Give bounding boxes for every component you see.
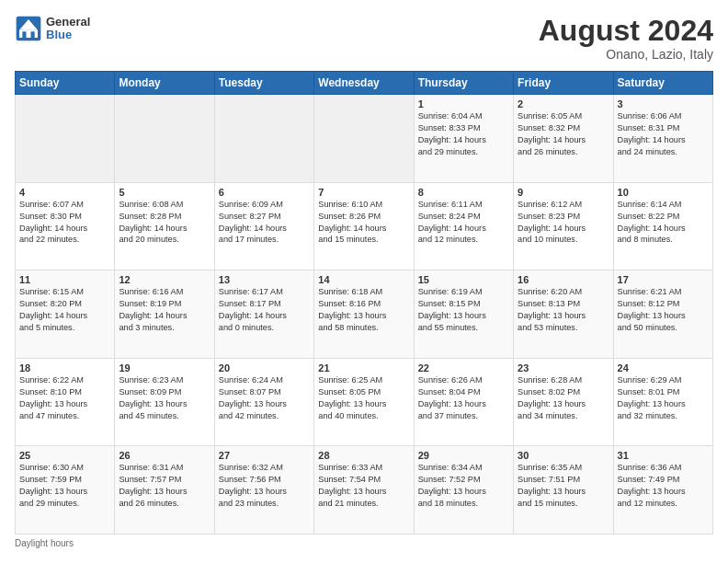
day-number: 6	[219, 187, 310, 198]
day-number: 18	[19, 362, 110, 373]
calendar-cell: 8Sunrise: 6:11 AM Sunset: 8:24 PM Daylig…	[414, 182, 513, 270]
day-info: Sunrise: 6:14 AM Sunset: 8:22 PM Dayligh…	[618, 199, 709, 247]
day-info: Sunrise: 6:28 AM Sunset: 8:02 PM Dayligh…	[518, 374, 609, 422]
calendar-header-friday: Friday	[514, 72, 613, 95]
calendar-cell: 17Sunrise: 6:21 AM Sunset: 8:12 PM Dayli…	[613, 270, 712, 359]
day-number: 13	[219, 274, 310, 285]
calendar-cell: 16Sunrise: 6:20 AM Sunset: 8:13 PM Dayli…	[514, 270, 613, 359]
logo-text: General Blue	[46, 16, 90, 42]
calendar-cell	[16, 95, 115, 183]
calendar-cell	[115, 95, 214, 183]
calendar-header-tuesday: Tuesday	[214, 72, 313, 95]
day-info: Sunrise: 6:05 AM Sunset: 8:32 PM Dayligh…	[518, 110, 609, 158]
calendar-cell: 22Sunrise: 6:26 AM Sunset: 8:04 PM Dayli…	[414, 358, 513, 446]
calendar-cell	[314, 95, 414, 183]
day-info: Sunrise: 6:21 AM Sunset: 8:12 PM Dayligh…	[618, 286, 709, 334]
day-info: Sunrise: 6:08 AM Sunset: 8:28 PM Dayligh…	[119, 199, 210, 247]
calendar-cell: 30Sunrise: 6:35 AM Sunset: 7:51 PM Dayli…	[514, 446, 613, 534]
day-info: Sunrise: 6:23 AM Sunset: 8:09 PM Dayligh…	[119, 374, 210, 422]
day-number: 1	[418, 98, 509, 109]
day-info: Sunrise: 6:22 AM Sunset: 8:10 PM Dayligh…	[19, 374, 110, 422]
day-number: 15	[418, 274, 509, 285]
day-info: Sunrise: 6:36 AM Sunset: 7:49 PM Dayligh…	[618, 462, 709, 510]
svg-rect-2	[19, 30, 38, 38]
day-number: 31	[618, 450, 709, 461]
calendar-cell: 4Sunrise: 6:07 AM Sunset: 8:30 PM Daylig…	[16, 182, 115, 270]
calendar-header-saturday: Saturday	[613, 72, 712, 95]
calendar-cell: 18Sunrise: 6:22 AM Sunset: 8:10 PM Dayli…	[16, 358, 115, 446]
logo-icon	[15, 15, 42, 42]
calendar-week-row: 25Sunrise: 6:30 AM Sunset: 7:59 PM Dayli…	[16, 446, 713, 534]
calendar-cell	[214, 95, 313, 183]
day-info: Sunrise: 6:16 AM Sunset: 8:19 PM Dayligh…	[119, 286, 210, 334]
day-number: 19	[119, 362, 210, 373]
day-number: 23	[518, 362, 609, 373]
calendar-cell: 14Sunrise: 6:18 AM Sunset: 8:16 PM Dayli…	[314, 270, 414, 359]
calendar-header-thursday: Thursday	[414, 72, 513, 95]
calendar-week-row: 1Sunrise: 6:04 AM Sunset: 8:33 PM Daylig…	[16, 95, 713, 183]
day-info: Sunrise: 6:11 AM Sunset: 8:24 PM Dayligh…	[418, 199, 509, 247]
calendar-cell: 12Sunrise: 6:16 AM Sunset: 8:19 PM Dayli…	[115, 270, 214, 359]
day-info: Sunrise: 6:24 AM Sunset: 8:07 PM Dayligh…	[219, 374, 310, 422]
day-number: 9	[518, 187, 609, 198]
day-info: Sunrise: 6:06 AM Sunset: 8:31 PM Dayligh…	[618, 110, 709, 158]
calendar-header-row: SundayMondayTuesdayWednesdayThursdayFrid…	[16, 72, 713, 95]
day-info: Sunrise: 6:35 AM Sunset: 7:51 PM Dayligh…	[518, 462, 609, 510]
logo: General Blue	[15, 15, 90, 42]
calendar-cell: 13Sunrise: 6:17 AM Sunset: 8:17 PM Dayli…	[214, 270, 313, 359]
calendar-header-sunday: Sunday	[16, 72, 115, 95]
calendar-week-row: 11Sunrise: 6:15 AM Sunset: 8:20 PM Dayli…	[16, 270, 713, 359]
day-number: 14	[318, 274, 409, 285]
day-info: Sunrise: 6:26 AM Sunset: 8:04 PM Dayligh…	[418, 374, 509, 422]
day-info: Sunrise: 6:18 AM Sunset: 8:16 PM Dayligh…	[318, 286, 409, 334]
calendar-cell: 20Sunrise: 6:24 AM Sunset: 8:07 PM Dayli…	[214, 358, 313, 446]
day-info: Sunrise: 6:20 AM Sunset: 8:13 PM Dayligh…	[518, 286, 609, 334]
calendar-week-row: 4Sunrise: 6:07 AM Sunset: 8:30 PM Daylig…	[16, 182, 713, 270]
page: General Blue August 2024 Onano, Lazio, I…	[0, 0, 728, 563]
calendar-cell: 2Sunrise: 6:05 AM Sunset: 8:32 PM Daylig…	[514, 95, 613, 183]
day-info: Sunrise: 6:33 AM Sunset: 7:54 PM Dayligh…	[318, 462, 409, 510]
footer-note: Daylight hours	[15, 538, 713, 548]
day-number: 17	[618, 274, 709, 285]
calendar-header-monday: Monday	[115, 72, 214, 95]
day-number: 7	[318, 187, 409, 198]
day-number: 26	[119, 450, 210, 461]
day-number: 4	[19, 187, 110, 198]
day-number: 11	[19, 274, 110, 285]
day-number: 5	[119, 187, 210, 198]
footer-note-text: Daylight hours	[15, 538, 74, 548]
calendar-cell: 9Sunrise: 6:12 AM Sunset: 8:23 PM Daylig…	[514, 182, 613, 270]
calendar-header-wednesday: Wednesday	[314, 72, 414, 95]
day-number: 22	[418, 362, 509, 373]
calendar-cell: 5Sunrise: 6:08 AM Sunset: 8:28 PM Daylig…	[115, 182, 214, 270]
day-info: Sunrise: 6:09 AM Sunset: 8:27 PM Dayligh…	[219, 199, 310, 247]
day-number: 3	[618, 98, 709, 109]
logo-general-text: General	[46, 16, 90, 29]
calendar-cell: 28Sunrise: 6:33 AM Sunset: 7:54 PM Dayli…	[314, 446, 414, 534]
day-number: 8	[418, 187, 509, 198]
calendar-cell: 3Sunrise: 6:06 AM Sunset: 8:31 PM Daylig…	[613, 95, 712, 183]
day-info: Sunrise: 6:17 AM Sunset: 8:17 PM Dayligh…	[219, 286, 310, 334]
day-info: Sunrise: 6:15 AM Sunset: 8:20 PM Dayligh…	[19, 286, 110, 334]
day-number: 25	[19, 450, 110, 461]
calendar-cell: 29Sunrise: 6:34 AM Sunset: 7:52 PM Dayli…	[414, 446, 513, 534]
calendar-cell: 21Sunrise: 6:25 AM Sunset: 8:05 PM Dayli…	[314, 358, 414, 446]
calendar-cell: 31Sunrise: 6:36 AM Sunset: 7:49 PM Dayli…	[613, 446, 712, 534]
day-info: Sunrise: 6:32 AM Sunset: 7:56 PM Dayligh…	[219, 462, 310, 510]
day-number: 12	[119, 274, 210, 285]
day-number: 29	[418, 450, 509, 461]
calendar-cell: 23Sunrise: 6:28 AM Sunset: 8:02 PM Dayli…	[514, 358, 613, 446]
day-number: 27	[219, 450, 310, 461]
calendar-cell: 26Sunrise: 6:31 AM Sunset: 7:57 PM Dayli…	[115, 446, 214, 534]
day-number: 16	[518, 274, 609, 285]
calendar-cell: 27Sunrise: 6:32 AM Sunset: 7:56 PM Dayli…	[214, 446, 313, 534]
calendar-table: SundayMondayTuesdayWednesdayThursdayFrid…	[15, 71, 713, 534]
calendar-cell: 11Sunrise: 6:15 AM Sunset: 8:20 PM Dayli…	[16, 270, 115, 359]
header: General Blue August 2024 Onano, Lazio, I…	[15, 15, 713, 62]
day-number: 28	[318, 450, 409, 461]
svg-rect-3	[22, 31, 26, 38]
calendar-week-row: 18Sunrise: 6:22 AM Sunset: 8:10 PM Dayli…	[16, 358, 713, 446]
day-info: Sunrise: 6:31 AM Sunset: 7:57 PM Dayligh…	[119, 462, 210, 510]
calendar-cell: 1Sunrise: 6:04 AM Sunset: 8:33 PM Daylig…	[414, 95, 513, 183]
day-info: Sunrise: 6:34 AM Sunset: 7:52 PM Dayligh…	[418, 462, 509, 510]
